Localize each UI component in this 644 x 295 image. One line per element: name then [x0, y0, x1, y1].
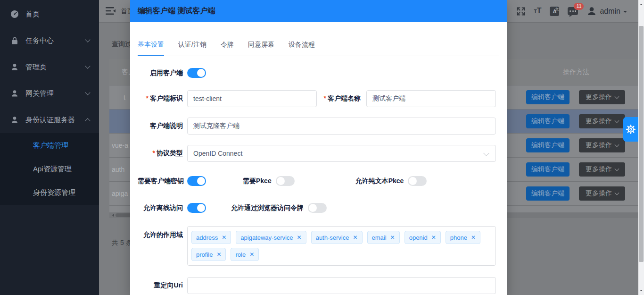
- scope-tag-label: email: [372, 234, 387, 241]
- sidebar-item-label: 管理页: [25, 63, 47, 72]
- tag-remove-icon[interactable]: ✕: [222, 235, 226, 240]
- settings-drawer-button[interactable]: [623, 117, 638, 142]
- scope-tag-phone: phone✕: [446, 231, 480, 244]
- tag-remove-icon[interactable]: ✕: [431, 235, 436, 240]
- more-actions-button[interactable]: 更多操作: [579, 138, 625, 152]
- more-actions-label: 更多操作: [586, 93, 612, 101]
- more-actions-button[interactable]: 更多操作: [579, 186, 625, 201]
- font-size-icon[interactable]: TT: [534, 7, 542, 16]
- tag-remove-icon[interactable]: ✕: [216, 252, 221, 257]
- enable-client-label: 启用客户端: [138, 69, 183, 77]
- scrollbar-thumb[interactable]: [639, 26, 644, 262]
- messages-icon[interactable]: 11: [568, 7, 578, 15]
- protocol-type-select[interactable]: OpenID Connect: [187, 145, 496, 162]
- client-form: 启用客户端 *客户端标识 *客户端名称 客户端说明 *协议类型 OpenID C…: [138, 68, 499, 294]
- client-name-input[interactable]: [366, 90, 496, 107]
- allow-plain-pkce-toggle[interactable]: [408, 176, 427, 186]
- sidebar-collapse-icon[interactable]: [106, 7, 116, 15]
- chevron-down-icon: [615, 94, 619, 99]
- tab-令牌[interactable]: 令牌: [221, 41, 234, 55]
- client-id-cell: t: [124, 85, 125, 109]
- protocol-type-value: OpenID Connect: [193, 150, 242, 157]
- more-actions-button[interactable]: 更多操作: [579, 114, 625, 128]
- allow-plain-pkce-label: 允许纯文本Pkce: [355, 177, 404, 185]
- user-menu[interactable]: admin: [586, 6, 627, 17]
- protocol-type-label: *协议类型: [138, 149, 183, 158]
- sidebar-item-1[interactable]: 首页: [0, 1, 99, 27]
- username-label: admin: [600, 7, 620, 16]
- tab-认证/注销[interactable]: 认证/注销: [178, 41, 206, 55]
- chevron-down-icon: [615, 143, 619, 147]
- sidebar-submenu: 客户端管理Api资源管理身份资源管理: [0, 133, 99, 205]
- sidebar-subitem-客户端管理[interactable]: 客户端管理: [0, 134, 99, 157]
- scope-tag-label: auth-service: [316, 234, 349, 241]
- sidebar-item-3[interactable]: 管理页: [0, 54, 99, 80]
- enable-client-toggle[interactable]: [187, 68, 206, 78]
- more-actions-button[interactable]: 更多操作: [579, 90, 625, 104]
- allow-browser-token-label: 允许通过浏览器访问令牌: [231, 204, 304, 212]
- more-actions-label: 更多操作: [586, 189, 612, 198]
- client-id-label: *客户端标识: [138, 94, 183, 103]
- message-count-badge: 11: [574, 3, 584, 10]
- allow-offline-label: 允许离线访问: [138, 204, 183, 212]
- translate-icon[interactable]: A文: [550, 7, 559, 16]
- tag-remove-icon[interactable]: ✕: [297, 235, 302, 240]
- redirect-uri-label: 重定向Uri: [138, 281, 183, 290]
- scope-tag-profile: profile✕: [191, 248, 226, 261]
- required-asterisk: *: [153, 149, 155, 157]
- allow-offline-toggle[interactable]: [187, 203, 206, 213]
- require-secret-toggle[interactable]: [187, 176, 206, 186]
- modal-header: 编辑客户端 测试客户端: [130, 0, 507, 22]
- chevron-down-icon: [483, 150, 489, 156]
- tag-remove-icon[interactable]: ✕: [249, 252, 254, 257]
- actions-column-header: 操作方法: [520, 59, 632, 85]
- scroll-up-arrow-icon[interactable]: [640, 2, 643, 5]
- page-scrollbar[interactable]: [638, 0, 644, 295]
- edit-client-button[interactable]: 编辑客户端: [526, 90, 570, 104]
- edit-client-button[interactable]: 编辑客户端: [526, 114, 570, 128]
- sidebar-item-2[interactable]: 任务中心: [0, 27, 99, 54]
- required-asterisk: *: [146, 94, 149, 102]
- client-name-label: *客户端名称: [317, 94, 366, 103]
- client-id-cell: auth: [112, 158, 124, 181]
- sidebar-item-label: 网关管理: [25, 89, 54, 98]
- redirect-uri-input[interactable]: [187, 277, 496, 294]
- user-icon: [10, 63, 19, 71]
- sidebar-item-4[interactable]: 网关管理: [0, 80, 99, 107]
- dashboard-icon: [10, 10, 19, 18]
- allowed-scopes-field[interactable]: address✕apigateway-service✕auth-service✕…: [187, 226, 496, 266]
- more-actions-label: 更多操作: [586, 117, 612, 126]
- avatar-icon: [586, 6, 597, 17]
- sidebar: 首页任务中心管理页网关管理身份认证服务器客户端管理Api资源管理身份资源管理: [0, 0, 99, 295]
- require-pkce-toggle[interactable]: [276, 176, 295, 186]
- scope-tag-label: profile: [196, 251, 213, 258]
- chevron-down-icon: [85, 63, 90, 68]
- scroll-down-arrow-icon[interactable]: [640, 290, 643, 293]
- edit-client-button[interactable]: 编辑客户端: [526, 162, 570, 177]
- tab-设备流程[interactable]: 设备流程: [289, 41, 315, 55]
- tag-remove-icon[interactable]: ✕: [471, 235, 476, 240]
- tab-基本设置[interactable]: 基本设置: [138, 41, 164, 56]
- client-desc-input[interactable]: [187, 118, 496, 135]
- sidebar-item-5[interactable]: 身份认证服务器: [0, 107, 99, 133]
- client-desc-label: 客户端说明: [138, 122, 183, 130]
- sidebar-subitem-身份资源管理[interactable]: 身份资源管理: [0, 181, 99, 204]
- chevron-down-icon: [615, 118, 619, 123]
- client-id-input[interactable]: [187, 90, 317, 107]
- scope-tag-email: email✕: [367, 231, 400, 244]
- lock-icon: [10, 36, 19, 45]
- sidebar-item-label: 身份认证服务器: [25, 116, 75, 125]
- more-actions-button[interactable]: 更多操作: [579, 162, 625, 177]
- tag-remove-icon[interactable]: ✕: [353, 235, 357, 240]
- tab-同意屏幕[interactable]: 同意屏幕: [248, 41, 274, 55]
- tag-remove-icon[interactable]: ✕: [390, 235, 395, 240]
- sidebar-item-label: 任务中心: [25, 36, 54, 45]
- allow-browser-token-toggle[interactable]: [308, 203, 327, 213]
- sidebar-subitem-Api资源管理[interactable]: Api资源管理: [0, 157, 99, 181]
- edit-client-button[interactable]: 编辑客户端: [526, 186, 570, 201]
- fullscreen-icon[interactable]: [516, 7, 526, 16]
- scroll-left-arrow-icon[interactable]: [111, 214, 114, 217]
- chevron-down-icon: [615, 191, 619, 195]
- sidebar-menu: 首页任务中心管理页网关管理身份认证服务器客户端管理Api资源管理身份资源管理: [0, 0, 99, 205]
- edit-client-button[interactable]: 编辑客户端: [526, 138, 570, 152]
